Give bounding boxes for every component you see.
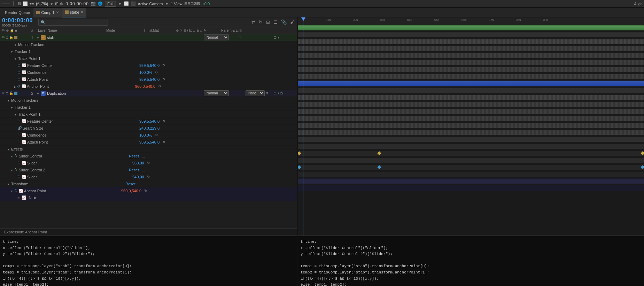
paperclip-icon[interactable]: 📎 (280, 19, 287, 25)
layer2-effects[interactable]: Effects (0, 146, 297, 153)
layer1-attach-point[interactable]: ⏱ 📈 Attach Point 959,5,540,0 ↻ (0, 76, 297, 83)
trackpt1-2-collapse[interactable] (14, 112, 17, 116)
track-l1-ap[interactable] (298, 66, 644, 73)
layer1-anchor-point[interactable]: ⏱ 📈 Anchor Point 960,0,540,0 ↻ (0, 83, 297, 90)
expr-equals-icon[interactable]: ≡ (17, 196, 20, 200)
tracker1-2-collapse[interactable] (10, 105, 13, 109)
layer2-transform[interactable]: Transform Reset (0, 180, 297, 187)
track-dup-main[interactable] (298, 80, 644, 87)
layer1-eye[interactable]: 👁 (1, 36, 5, 39)
layer2-feature-center[interactable]: ⏱ 📈 Feature Center 959,5,540,0 ↻ (0, 118, 297, 125)
layer2-search-size[interactable]: 🔗 Search Size 240,0,229,0 (0, 125, 297, 132)
layer2-confidence[interactable]: ⏱ 📈 Confidence 100,0% ↻ (0, 132, 297, 139)
transfer-icon[interactable]: ⇄ (251, 19, 256, 25)
track-l2-transform[interactable] (298, 171, 644, 178)
track-l1-fc[interactable] (298, 52, 644, 59)
layer2-slider-control2[interactable]: fx Slider Control 2 Reset ... (0, 167, 297, 173)
track-l2-tp1[interactable] (298, 101, 644, 108)
anchor2-collapse[interactable] (10, 189, 13, 193)
tab-stabe[interactable]: stabe ≡ (62, 8, 86, 17)
monitor-icon[interactable]: 🖥 (17, 1, 21, 6)
track-l2-expr-icons[interactable] (298, 185, 644, 192)
layer1-mode-dropdown[interactable]: Normal (204, 34, 229, 40)
fc1-graph[interactable]: 📈 (22, 63, 26, 67)
sc1-reset[interactable]: Reset (129, 154, 139, 158)
grid-icon-toolbar[interactable]: ⊞ (265, 19, 271, 25)
layer2-eye[interactable]: 👁 (1, 91, 5, 95)
track-l1-conf[interactable] (298, 59, 644, 66)
layer-row-1[interactable]: 👁 ⊙ 🔒 1 s stab Normal ⊟ (0, 34, 297, 41)
tracker1-1-collapse[interactable] (10, 49, 13, 54)
layer2-slider-val[interactable]: ⏱ 📈 Slider 960,00 ↻ (0, 160, 297, 167)
paint-icon[interactable]: 🖌 (289, 19, 295, 25)
view-layout-icons[interactable]: ⊟⊞⊡⊠⊟ (184, 1, 200, 6)
window-icon[interactable]: ⬜ (23, 1, 28, 6)
layer2-attach-point[interactable]: ⏱ 📈 Attach Point 959,5,540,0 ↻ (0, 139, 297, 146)
menu-pill[interactable] (1, 3, 10, 4)
track-l1-anchor[interactable] (298, 73, 644, 80)
tab-comp1[interactable]: Comp 1 ✕ (33, 8, 62, 17)
layer1-motion-trackers[interactable]: Motion Trackers (0, 41, 297, 48)
track-l2-effects[interactable] (298, 136, 644, 143)
layer2-track-point1[interactable]: Track Point 1 (0, 111, 297, 118)
layer2-slider-control[interactable]: fx Slider Control Reset ... (0, 153, 297, 160)
expression-icons-row[interactable]: ≡ 📈 ↻ ▶ (0, 194, 297, 201)
layer2-anchor-point[interactable]: ⏱ 📈 Anchor Point 960,0,540,0 ↻ (0, 187, 297, 194)
view-full-dropdown[interactable]: Full (105, 1, 116, 7)
view-dropdown-arrow[interactable]: ▼ (118, 2, 122, 6)
track-l2-fc[interactable] (298, 108, 644, 115)
comp1-close[interactable]: ✕ (56, 10, 59, 14)
layers-icon[interactable]: ☰ (273, 19, 278, 25)
expr-graph-icon[interactable]: 📈 (22, 195, 26, 200)
track-l2-t1[interactable] (298, 94, 644, 101)
expr-play-icon[interactable]: ▶ (34, 195, 37, 200)
expression-editor[interactable]: t=time; x =effect("Slider Control")("Sli… (0, 235, 297, 286)
track-l2-conf[interactable] (298, 122, 644, 129)
transform-collapse[interactable] (7, 182, 10, 186)
track-l2-anchor[interactable] (298, 178, 644, 185)
layer2-collapse[interactable] (37, 91, 39, 95)
sync-icon[interactable]: ↻ (258, 19, 263, 25)
track-l2-ap[interactable] (298, 129, 644, 136)
fc1-stopwatch[interactable]: ⏱ (17, 63, 21, 67)
track-l2-sc1[interactable] (298, 143, 644, 150)
anchor1-collapse[interactable] (14, 84, 16, 88)
sc2-reset[interactable]: Reset (129, 168, 139, 172)
mt1-collapse[interactable] (14, 42, 17, 47)
trackpt1-1-collapse[interactable] (14, 56, 17, 61)
track-l1-t1[interactable] (298, 38, 644, 45)
layer1-track-point1[interactable]: Track Point 1 (0, 55, 297, 62)
current-time[interactable]: 0:00:00:00 (2, 17, 33, 24)
track-l2-sc2[interactable] (298, 157, 644, 164)
stabe-menu[interactable]: ≡ (81, 10, 83, 15)
transform-reset[interactable]: Reset (125, 182, 135, 186)
sc2-collapse[interactable] (10, 168, 13, 172)
layer1-feature-center[interactable]: ⏱ 📈 Feature Center 959,5,540,0 ↻ (0, 62, 297, 69)
expr-editor-right[interactable]: t=time; x =effect("Slider Control")("Sli… (298, 235, 644, 286)
layer2-lock[interactable]: 🔒 (9, 91, 13, 95)
layer1-confidence[interactable]: ⏱ 📈 Confidence 100,0% ↻ (0, 69, 297, 76)
layer2-slider2-val[interactable]: ⏱ 📈 Slider 540,00 ↻ (0, 173, 297, 180)
track-l2-slider1[interactable] (298, 150, 644, 157)
grid-icon[interactable]: ⊞ (55, 1, 59, 6)
track-l2-ss[interactable] (298, 115, 644, 122)
target-icon[interactable]: ⊕ (60, 1, 63, 6)
sc1-collapse[interactable] (10, 154, 13, 158)
track-stab-main[interactable] (298, 24, 644, 31)
layer2-trkmat-dropdown[interactable]: None (246, 90, 265, 96)
mt2-collapse[interactable] (7, 98, 10, 102)
layer-row-2[interactable]: 👁 ⊙ 🔒 2 D Duplication Normal (0, 90, 297, 97)
layer2-mode-dropdown[interactable]: Normal (204, 90, 229, 96)
effects-collapse[interactable] (7, 147, 10, 151)
track-l2-mt[interactable] (298, 87, 644, 94)
track-l1-mt[interactable] (298, 31, 644, 38)
vr-icon[interactable]: 👓 (29, 1, 34, 6)
layer2-tracker1[interactable]: Tracker 1 (0, 104, 297, 111)
tab-render-queue[interactable]: Render Queue (2, 8, 33, 17)
zoom-dropdown[interactable]: ▼ (49, 1, 54, 6)
track-l1-tp1[interactable] (298, 45, 644, 52)
layer1-lock[interactable]: 🔒 (9, 36, 13, 39)
camera-dropdown-arrow[interactable]: ▼ (165, 2, 169, 6)
layer2-solo[interactable]: ⊙ (6, 91, 8, 95)
layer1-collapse[interactable] (37, 36, 39, 40)
